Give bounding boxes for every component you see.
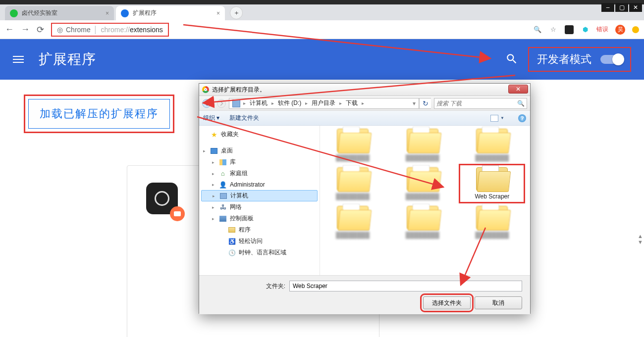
forward-icon[interactable]: →	[21, 24, 30, 35]
dialog-search-box[interactable]: 🔍	[434, 98, 527, 109]
tree-homegroup[interactable]: ▸⌂家庭组	[201, 168, 318, 179]
folder-item[interactable]: ████████	[393, 129, 452, 161]
url-host: Chrome	[66, 26, 91, 34]
extensions-header: 扩展程序 开发者模式	[0, 39, 644, 80]
dialog-search-input[interactable]	[436, 100, 517, 107]
folder-item[interactable]: ████████	[393, 167, 452, 200]
folder-item[interactable]: ████████	[323, 206, 382, 239]
load-unpacked-highlight: 加载已解压的扩展程序	[24, 95, 174, 133]
url-path-strong: extensions	[130, 26, 163, 34]
tree-programs[interactable]: 程序	[201, 224, 318, 236]
chrome-icon	[202, 86, 209, 93]
dialog-sidebar: ★收藏夹 ▸桌面 ▸库 ▸⌂家庭组 ▸👤Administrator ▸计算机 ▸…	[199, 126, 320, 275]
chrome-logo-icon: ◎	[57, 26, 63, 34]
zoom-icon[interactable]: 🔍	[533, 25, 542, 34]
extension-icon-2[interactable]: ⬢	[581, 25, 590, 34]
folder-picker-dialog: 选择扩展程序目录。 ✕ ▸ 计算机▸ 软件 (D:)▸ 用户目录▸ 下载▸ ▾ …	[199, 83, 531, 314]
search-icon[interactable]	[505, 52, 518, 67]
tree-clock-lang-region[interactable]: 🕓时钟、语言和区域	[201, 247, 318, 258]
breadcrumb-bar[interactable]: ▸ 计算机▸ 软件 (D:)▸ 用户目录▸ 下载▸ ▾	[229, 98, 419, 109]
svg-point-1	[217, 99, 226, 107]
window-minimize[interactable]: –	[601, 3, 614, 12]
folder-item[interactable]: ████████	[323, 167, 382, 200]
nav-forward-icon[interactable]	[214, 97, 229, 110]
window-maximize[interactable]: ▢	[615, 3, 628, 12]
dialog-address-row: ▸ 计算机▸ 软件 (D:)▸ 用户目录▸ 下载▸ ▾ ↻ 🔍	[199, 96, 530, 111]
menu-icon[interactable]	[13, 56, 24, 63]
breadcrumb-item[interactable]: 下载	[343, 99, 361, 107]
folder-name-input[interactable]	[289, 281, 522, 291]
tree-computer-selected[interactable]: ▸计算机	[201, 190, 318, 201]
dialog-toolbar: 组织 ▾ 新建文件夹 ▼ ?	[199, 111, 530, 126]
new-tab-button[interactable]: ＋	[230, 6, 243, 19]
dialog-titlebar[interactable]: 选择扩展程序目录。 ✕	[199, 84, 530, 96]
folder-web-scraper[interactable]: Web Scraper	[462, 167, 522, 200]
close-tab-icon[interactable]: ×	[106, 10, 109, 17]
tree-administrator[interactable]: ▸👤Administrator	[201, 179, 318, 190]
svg-point-0	[203, 99, 211, 107]
breadcrumb-item[interactable]: 用户目录	[309, 99, 338, 107]
search-icon[interactable]: 🔍	[517, 100, 525, 107]
window-controls: – ▢ ✕	[601, 3, 642, 12]
help-icon[interactable]: ?	[518, 114, 526, 122]
folder-item[interactable]: ████████	[393, 206, 452, 239]
nav-back-icon[interactable]	[199, 97, 214, 110]
select-folder-button[interactable]: 选择文件夹	[423, 296, 471, 309]
profile-avatar[interactable]: 昊	[615, 25, 625, 35]
tab-2-active[interactable]: 扩展程序 ×	[116, 6, 225, 20]
tree-favorites[interactable]: ★收藏夹	[201, 129, 318, 140]
breadcrumb-dropdown-icon[interactable]: ▾	[410, 100, 419, 107]
extension-icon-1[interactable]	[565, 25, 574, 34]
dialog-file-pane[interactable]: ████████ ████████ ████████ ████████ ████…	[320, 126, 530, 275]
organize-button[interactable]: 组织 ▾	[203, 114, 219, 122]
folder-name-label: 文件夹:	[266, 282, 285, 290]
load-unpacked-button[interactable]: 加载已解压的扩展程序	[28, 99, 170, 129]
developer-mode-label: 开发者模式	[537, 52, 591, 67]
update-dot-icon[interactable]	[632, 26, 639, 33]
reload-icon[interactable]: ⟳	[37, 24, 44, 35]
page-title: 扩展程序	[39, 50, 96, 69]
back-icon[interactable]: ←	[5, 24, 14, 35]
dialog-footer: 文件夹: 选择文件夹 取消	[199, 275, 530, 314]
new-folder-button[interactable]: 新建文件夹	[229, 114, 259, 122]
window-close[interactable]: ✕	[629, 3, 642, 12]
scroll-indicator-icon[interactable]: ▲▼	[638, 233, 643, 245]
cancel-button[interactable]: 取消	[475, 296, 522, 309]
breadcrumb-item[interactable]: 软件 (D:)	[275, 99, 304, 107]
breadcrumb-item[interactable]: 计算机	[247, 99, 270, 107]
refresh-icon[interactable]: ↻	[419, 98, 431, 109]
puzzle-icon	[121, 9, 129, 17]
computer-icon	[232, 99, 240, 107]
tree-library[interactable]: ▸库	[201, 156, 318, 168]
folder-item[interactable]: ████████	[462, 129, 522, 161]
dialog-close-button[interactable]: ✕	[508, 85, 528, 94]
developer-mode-panel: 开发者模式	[528, 47, 631, 72]
view-selector[interactable]: ▼	[490, 115, 504, 122]
tab-1[interactable]: 卤代烃实验室 ×	[5, 6, 114, 20]
error-indicator[interactable]: 错误	[596, 25, 608, 34]
close-tab-icon[interactable]: ×	[216, 10, 220, 17]
folder-item[interactable]: ████████	[323, 129, 382, 161]
extension-badge-icon	[170, 206, 185, 221]
tab-title: 扩展程序	[133, 9, 157, 17]
bookmark-star-icon[interactable]: ☆	[549, 25, 558, 34]
tree-ease-of-access[interactable]: ♿轻松访问	[201, 236, 318, 247]
os-titlebar	[0, 0, 644, 4]
browser-toolbar: ← → ⟳ ◎ Chrome │ chrome://extensions 🔍 ☆…	[0, 20, 644, 39]
tab-title: 卤代烃实验室	[22, 9, 57, 17]
developer-mode-toggle[interactable]	[600, 55, 623, 64]
tab-strip: 卤代烃实验室 × 扩展程序 × ＋	[0, 4, 644, 20]
folder-item[interactable]: ████████	[462, 206, 522, 239]
tree-control-panel[interactable]: ▸控制面板	[201, 213, 318, 224]
favicon	[10, 9, 18, 17]
dialog-title: 选择扩展程序目录。	[212, 86, 266, 94]
tree-network[interactable]: ▸🖧网络	[201, 201, 318, 213]
url-path-dim: chrome://	[101, 26, 130, 34]
address-bar[interactable]: ◎ Chrome │ chrome://extensions	[51, 23, 169, 37]
tree-desktop[interactable]: ▸桌面	[201, 145, 318, 156]
